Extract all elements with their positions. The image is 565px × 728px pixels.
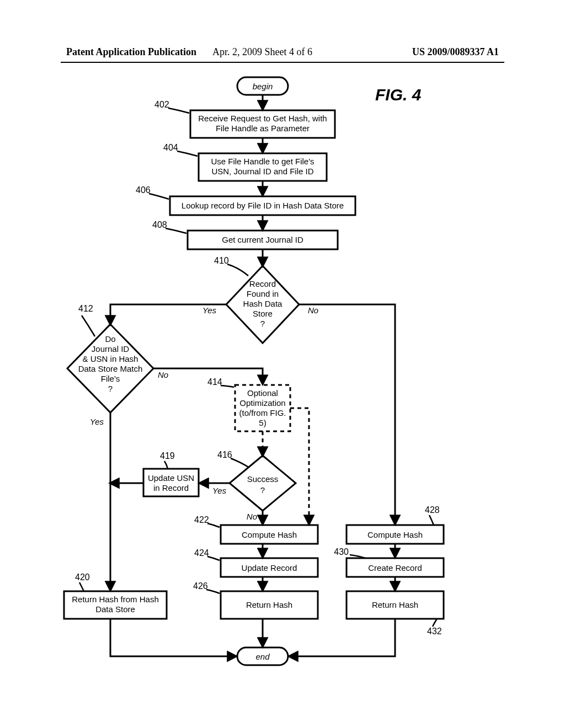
svg-text:Return Hash: Return Hash <box>246 600 292 609</box>
label-yes: Yes <box>212 486 227 495</box>
arrow-420-end <box>110 619 236 656</box>
terminal-end: end <box>237 647 288 665</box>
label-no: No <box>308 306 318 315</box>
svg-text:5): 5) <box>259 418 266 427</box>
svg-text:Record: Record <box>249 279 276 288</box>
svg-text:Update Record: Update Record <box>242 563 297 572</box>
svg-text:begin: begin <box>253 82 273 91</box>
box-422: Compute Hash <box>221 525 318 544</box>
label-yes: Yes <box>202 306 217 315</box>
svg-text:File Handle as Parameter: File Handle as Parameter <box>216 124 310 133</box>
ref-428: 428 <box>425 505 440 515</box>
box-428: Compute Hash <box>347 525 444 544</box>
header-rule <box>61 62 504 63</box>
leader <box>206 590 220 593</box>
svg-text:Return Hash: Return Hash <box>372 600 418 609</box>
label-no: No <box>247 512 257 521</box>
ref-410: 410 <box>214 256 229 265</box>
svg-text:Found in: Found in <box>247 289 279 298</box>
svg-text:?: ? <box>260 485 265 495</box>
terminal-begin: begin <box>237 77 288 95</box>
leader <box>231 458 249 468</box>
decision-412: Do Journal ID & USN in Hash Data Store M… <box>67 324 153 413</box>
leader <box>207 523 220 527</box>
leader <box>177 151 198 156</box>
svg-text:end: end <box>255 652 270 661</box>
box-426: Return Hash <box>221 591 318 619</box>
svg-text:Use File Handle to get File's: Use File Handle to get File's <box>211 157 314 166</box>
header-left: Patent Application Publication <box>66 46 196 58</box>
ref-422: 422 <box>194 515 209 524</box>
label-no: No <box>158 370 168 379</box>
box-408: Get current Journal ID <box>188 231 338 249</box>
box-414-optional: Optional Optimization (to/from FIG. 5) <box>235 385 290 431</box>
svg-text:Return Hash from Hash: Return Hash from Hash <box>72 595 159 604</box>
box-404: Use File Handle to get File's USN, Journ… <box>199 153 327 181</box>
leader <box>221 386 234 387</box>
page: Patent Application Publication Apr. 2, 2… <box>0 0 565 728</box>
leader <box>433 619 437 627</box>
box-424: Update Record <box>221 558 318 577</box>
leader <box>79 582 84 591</box>
svg-text:Optional: Optional <box>247 388 278 398</box>
leader <box>168 108 189 113</box>
leader <box>149 194 169 199</box>
svg-text:Data Store Match: Data Store Match <box>78 364 143 373</box>
svg-text:Create Record: Create Record <box>368 563 422 572</box>
svg-text:File's: File's <box>101 374 120 383</box>
leader <box>164 461 168 469</box>
svg-text:Do: Do <box>105 334 115 344</box>
svg-text:(to/from FIG.: (to/from FIG. <box>239 408 286 417</box>
leader <box>429 515 434 525</box>
svg-text:Get current Journal ID: Get current Journal ID <box>222 235 303 244</box>
box-432: Return Hash <box>347 591 444 619</box>
svg-text:Journal ID: Journal ID <box>92 344 130 354</box>
ref-406: 406 <box>136 185 151 195</box>
svg-text:?: ? <box>108 384 113 393</box>
arrow-410-no <box>299 304 395 524</box>
svg-text:in Record: in Record <box>153 483 189 493</box>
svg-text:Success: Success <box>247 474 279 484</box>
box-420: Return Hash from Hash Data Store <box>64 591 167 619</box>
ref-430: 430 <box>334 547 349 556</box>
ref-408: 408 <box>152 220 167 229</box>
svg-text:Hash Data: Hash Data <box>243 299 283 308</box>
leader <box>82 315 95 336</box>
figure-title: FIG. 4 <box>375 85 422 104</box>
svg-text:Receive Request to Get Hash, w: Receive Request to Get Hash, with <box>198 114 327 123</box>
leader <box>207 556 220 560</box>
leader <box>227 264 248 276</box>
header-center: Apr. 2, 2009 Sheet 4 of 6 <box>212 46 312 58</box>
ref-402: 402 <box>154 100 169 109</box>
box-402: Receive Request to Get Hash, with File H… <box>190 110 335 138</box>
svg-text:& USN in Hash: & USN in Hash <box>83 354 138 363</box>
ref-432: 432 <box>427 627 442 636</box>
decision-416: Success ? <box>230 456 296 511</box>
svg-text:Lookup record by File ID in Ha: Lookup record by File ID in Hash Data St… <box>182 201 344 210</box>
ref-424: 424 <box>194 548 209 558</box>
svg-text:Data Store: Data Store <box>95 604 135 614</box>
svg-text:?: ? <box>260 319 265 328</box>
svg-text:Compute Hash: Compute Hash <box>367 530 423 539</box>
ref-414: 414 <box>207 377 222 387</box>
box-406: Lookup record by File ID in Hash Data St… <box>170 196 355 215</box>
leader <box>166 228 186 233</box>
box-430: Create Record <box>347 558 444 577</box>
header-right: US 2009/0089337 A1 <box>412 46 499 58</box>
svg-text:USN, Journal ID and File ID: USN, Journal ID and File ID <box>211 167 313 176</box>
ref-404: 404 <box>163 143 178 152</box>
svg-text:Store: Store <box>253 309 273 318</box>
flowchart: FIG. 4 begin Receive Request to Get Hash… <box>0 66 565 700</box>
label-yes: Yes <box>90 417 104 426</box>
ref-412: 412 <box>78 304 93 313</box>
ref-426: 426 <box>193 581 208 591</box>
svg-text:Update USN: Update USN <box>148 473 194 483</box>
svg-text:Optimization: Optimization <box>239 398 285 408</box>
ref-419: 419 <box>160 451 175 461</box>
dashed-path-414-out <box>290 408 309 524</box>
arrow-432-end <box>289 619 395 656</box>
decision-410: Record Found in Hash Data Store ? <box>226 266 299 343</box>
ref-420: 420 <box>75 572 90 582</box>
svg-text:Compute Hash: Compute Hash <box>242 530 297 539</box>
box-419: Update USN in Record <box>143 469 199 496</box>
